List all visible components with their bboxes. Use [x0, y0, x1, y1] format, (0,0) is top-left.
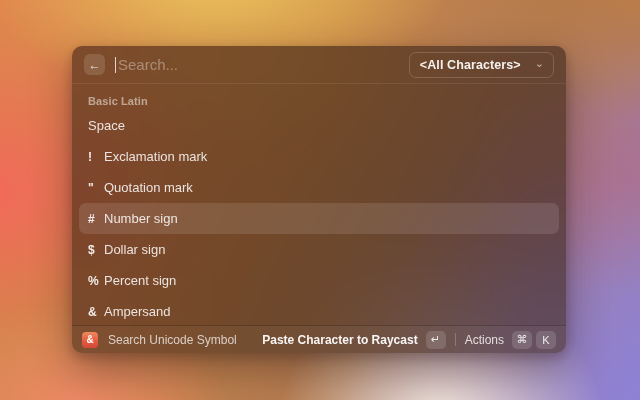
- character-name: Space: [88, 118, 125, 133]
- return-key-icon: ↵: [431, 333, 440, 346]
- actions-button[interactable]: Actions: [465, 333, 504, 347]
- k-key-badge: K: [536, 331, 556, 349]
- back-button[interactable]: ←: [84, 54, 105, 75]
- character-glyph: !: [88, 150, 104, 164]
- character-name: Number sign: [104, 211, 178, 226]
- list-item[interactable]: Space: [79, 110, 559, 141]
- search-bar: ← <All Characters> ⌄: [72, 46, 566, 84]
- character-name: Percent sign: [104, 273, 176, 288]
- cmd-key-badge: ⌘: [512, 331, 532, 349]
- list-item[interactable]: &Ampersand: [79, 296, 559, 327]
- footer-divider: [455, 333, 456, 346]
- extension-icon-glyph: &: [86, 335, 93, 345]
- character-glyph: $: [88, 243, 104, 257]
- character-glyph: ": [88, 181, 104, 195]
- character-set-dropdown[interactable]: <All Characters> ⌄: [409, 52, 554, 78]
- command-title: Search Unicode Symbol: [108, 333, 237, 347]
- character-glyph: &: [88, 305, 104, 319]
- extension-icon: &: [82, 332, 98, 348]
- character-name: Exclamation mark: [104, 149, 207, 164]
- section-header: Basic Latin: [72, 89, 566, 110]
- list-item[interactable]: !Exclamation mark: [79, 141, 559, 172]
- symbol-list: Basic Latin Space!Exclamation mark"Quota…: [72, 84, 566, 327]
- dropdown-value: <All Characters>: [420, 58, 521, 72]
- list-item[interactable]: #Number sign: [79, 203, 559, 234]
- character-name: Quotation mark: [104, 180, 193, 195]
- search-input[interactable]: [118, 56, 409, 73]
- text-cursor: [115, 57, 116, 73]
- character-glyph: #: [88, 212, 104, 226]
- character-name: Dollar sign: [104, 242, 165, 257]
- character-glyph: %: [88, 274, 104, 288]
- list-item[interactable]: $Dollar sign: [79, 234, 559, 265]
- list-item[interactable]: %Percent sign: [79, 265, 559, 296]
- raycast-window: ← <All Characters> ⌄ Basic Latin Space!E…: [72, 46, 566, 353]
- back-arrow-icon: ←: [89, 59, 101, 71]
- primary-action-label[interactable]: Paste Character to Raycast: [262, 333, 417, 347]
- list-item[interactable]: "Quotation mark: [79, 172, 559, 203]
- character-name: Ampersand: [104, 304, 170, 319]
- chevron-down-icon: ⌄: [535, 58, 544, 69]
- action-bar: & Search Unicode Symbol Paste Character …: [72, 325, 566, 353]
- return-key-badge: ↵: [426, 331, 446, 349]
